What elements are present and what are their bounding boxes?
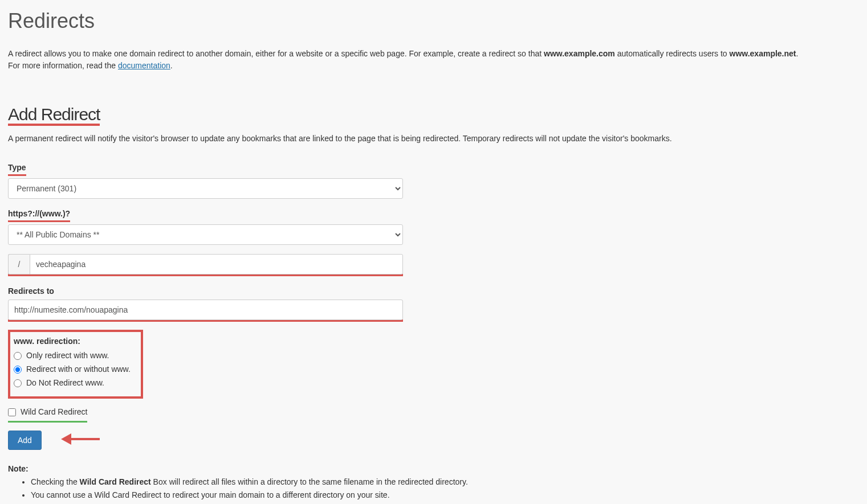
www-option-only[interactable]: Only redirect with www. xyxy=(14,350,131,362)
add-button[interactable]: Add xyxy=(8,431,42,450)
type-label: Type xyxy=(8,162,26,176)
intro-part1: A redirect allows you to make one domain… xyxy=(8,49,544,58)
type-field: Type Permanent (301) xyxy=(8,162,859,199)
path-input[interactable] xyxy=(30,254,403,274)
www-option-only-label: Only redirect with www. xyxy=(26,350,109,362)
redirects-to-input[interactable] xyxy=(8,300,403,320)
www-redirection-label: www. redirection: xyxy=(14,335,131,347)
path-field: / xyxy=(8,254,859,276)
redirects-to-field: Redirects to xyxy=(8,285,859,322)
www-radio-only[interactable] xyxy=(14,352,22,360)
add-redirect-description: A permanent redirect will notify the vis… xyxy=(8,133,859,145)
www-redirection-group: www. redirection: Only redirect with www… xyxy=(8,330,143,399)
intro-part2: automatically redirects users to xyxy=(615,49,730,58)
svg-marker-1 xyxy=(61,433,71,445)
page-title: Redirects xyxy=(8,6,859,36)
annotation-arrow-icon xyxy=(61,431,101,450)
intro-part4: . xyxy=(170,61,173,70)
documentation-link[interactable]: documentation xyxy=(118,61,170,70)
intro-example2: www.example.net xyxy=(730,49,796,58)
note-title: Note: xyxy=(8,463,859,475)
www-option-none-label: Do Not Redirect www. xyxy=(26,377,104,389)
path-prefix: / xyxy=(8,254,30,274)
domain-field: https?://(www.)? ** All Public Domains *… xyxy=(8,208,859,245)
wildcard-option[interactable]: Wild Card Redirect xyxy=(8,406,87,418)
www-option-both[interactable]: Redirect with or without www. xyxy=(14,363,131,375)
www-option-none[interactable]: Do Not Redirect www. xyxy=(14,377,131,389)
add-redirect-heading: Add Redirect xyxy=(8,105,100,126)
wildcard-row: Wild Card Redirect xyxy=(8,404,87,423)
www-radio-none[interactable] xyxy=(14,379,22,387)
note-item-2: You cannot use a Wild Card Redirect to r… xyxy=(31,489,859,501)
domain-label: https?://(www.)? xyxy=(8,208,70,222)
type-select[interactable]: Permanent (301) xyxy=(8,178,403,199)
www-option-both-label: Redirect with or without www. xyxy=(26,363,131,375)
wildcard-checkbox[interactable] xyxy=(8,408,16,416)
redirects-to-label: Redirects to xyxy=(8,285,54,297)
note-1c: Box will redirect all files within a dir… xyxy=(151,477,468,486)
note-block: Note: Checking the Wild Card Redirect Bo… xyxy=(8,463,859,501)
wildcard-label: Wild Card Redirect xyxy=(21,406,87,418)
intro-text: A redirect allows you to make one domain… xyxy=(8,48,806,72)
intro-example1: www.example.com xyxy=(544,49,615,58)
note-item-1: Checking the Wild Card Redirect Box will… xyxy=(31,476,859,488)
www-radio-both[interactable] xyxy=(14,366,22,374)
note-1b: Wild Card Redirect xyxy=(80,477,151,486)
note-1a: Checking the xyxy=(31,477,80,486)
domain-select[interactable]: ** All Public Domains ** xyxy=(8,224,403,245)
